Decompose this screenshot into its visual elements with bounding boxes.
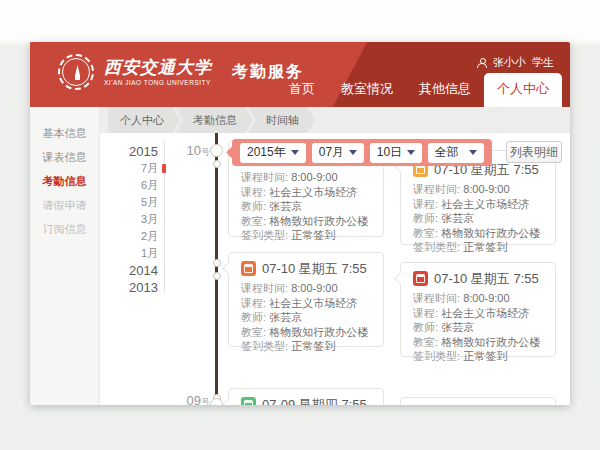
month-nav-item[interactable]: 1月 <box>118 245 158 262</box>
brand-block: 西安交通大学 XI'AN JIAO TONG UNIVERSITY 考勤服务 <box>58 54 304 90</box>
day-select[interactable]: 10日 <box>370 143 422 163</box>
field-course: 课程: 社会主义市场经济 <box>241 185 371 200</box>
field-course-time: 课程时间: 8:00-9:00 <box>413 291 543 306</box>
field-teacher: 教师: 张芸京 <box>241 310 371 325</box>
day-marker-09: 09号 <box>174 393 210 405</box>
field-room: 教室: 格物致知行政办公楼 <box>413 226 543 241</box>
attendance-status-icon <box>241 397 256 405</box>
user-role: 学生 <box>532 55 554 70</box>
breadcrumb-timeline[interactable]: 时间轴 <box>248 107 315 133</box>
header-nav: 首页 教室情况 其他信息 个人中心 <box>276 73 562 107</box>
timeline-node[interactable] <box>213 259 221 267</box>
sidebar-item-attendance-info[interactable]: 考勤信息 <box>30 169 99 193</box>
card-title: 07-09 星期四 7:55 <box>241 396 371 405</box>
field-course: 课程: 社会主义市场经济 <box>241 296 371 311</box>
month-nav-item[interactable]: 6月 <box>118 177 158 194</box>
field-course: 课程: 社会主义市场经济 <box>413 197 543 212</box>
month-nav-item[interactable]: 2月 <box>118 228 158 245</box>
field-course-time: 课程时间: 8:00-9:00 <box>241 281 371 296</box>
year-nav-item[interactable]: 2013 <box>118 279 158 296</box>
field-room: 教室: 格物致知行政办公楼 <box>241 214 371 229</box>
app-header: 西安交通大学 XI'AN JIAO TONG UNIVERSITY 考勤服务 张… <box>30 42 570 107</box>
field-sign-type: 签到类型: 正常签到 <box>241 228 371 243</box>
month-select[interactable]: 07月 <box>312 143 364 163</box>
nav-personal-center[interactable]: 个人中心 <box>484 73 562 107</box>
month-nav-item[interactable]: 3月 <box>118 211 158 228</box>
list-detail-button[interactable]: 列表明细 <box>506 141 562 163</box>
current-month-marker <box>162 164 166 173</box>
year-month-nav: 2015 7月 6月 5月 3月 2月 1月 2014 2013 <box>118 143 158 296</box>
attendance-status-icon <box>413 271 428 286</box>
month-nav-item[interactable]: 7月 <box>118 160 158 177</box>
attendance-card[interactable] <box>400 397 556 405</box>
university-name-block: 西安交通大学 XI'AN JIAO TONG UNIVERSITY <box>104 58 212 86</box>
field-sign-type: 签到类型: 正常签到 <box>241 339 371 354</box>
type-select[interactable]: 全部 <box>428 143 484 163</box>
attendance-card[interactable]: 07-09 星期四 7:55 <box>228 388 384 405</box>
breadcrumb-attendance-info[interactable]: 考勤信息 <box>175 107 253 133</box>
sidebar-item-basic-info[interactable]: 基本信息 <box>30 121 99 145</box>
field-course-time: 课程时间: 8:00-9:00 <box>413 182 543 197</box>
chevron-down-icon <box>407 150 415 155</box>
university-name-cn: 西安交通大学 <box>104 58 212 77</box>
nav-other-info[interactable]: 其他信息 <box>406 80 484 107</box>
month-nav-item[interactable]: 5月 <box>118 194 158 211</box>
field-course: 课程: 社会主义市场经济 <box>413 306 543 321</box>
field-sign-type: 签到类型: 正常签到 <box>413 349 543 364</box>
field-room: 教室: 格物致知行政办公楼 <box>413 335 543 350</box>
chevron-down-icon <box>469 150 477 155</box>
page-background: 西安交通大学 XI'AN JIAO TONG UNIVERSITY 考勤服务 张… <box>0 0 600 450</box>
filter-bar: 2015年 07月 10日 全部 <box>232 139 492 166</box>
card-title: 07-10 星期五 7:55 <box>413 270 543 287</box>
field-course-time: 课程时间: 8:00-9:00 <box>241 170 371 185</box>
breadcrumb-personal-center[interactable]: 个人中心 <box>108 107 180 133</box>
timeline-node[interactable] <box>210 144 223 157</box>
field-teacher: 教师: 张芸京 <box>413 320 543 335</box>
card-date-label: 07-10 星期五 7:55 <box>262 260 367 278</box>
attendance-card[interactable]: 07-10 星期五 7:55 课程时间: 8:00-9:00 课程: 社会主义市… <box>228 252 384 347</box>
user-info[interactable]: 张小小 学生 <box>477 55 554 70</box>
card-date-label: 07-09 星期四 7:55 <box>262 396 367 406</box>
year-select[interactable]: 2015年 <box>240 143 306 163</box>
sidebar-item-subscription-info[interactable]: 订阅信息 <box>30 217 99 241</box>
user-name: 张小小 <box>493 55 526 70</box>
attendance-status-icon <box>241 261 256 276</box>
nav-home[interactable]: 首页 <box>276 80 328 107</box>
user-icon <box>477 58 487 68</box>
field-room: 教室: 格物致知行政办公楼 <box>241 325 371 340</box>
year-nav-item[interactable]: 2015 <box>118 143 158 160</box>
sidebar-item-schedule-info[interactable]: 课表信息 <box>30 145 99 169</box>
timeline-content: 2015 7月 6月 5月 3月 2月 1月 2014 2013 10号 09号 <box>100 133 570 405</box>
chevron-down-icon <box>291 150 299 155</box>
year-nav-item[interactable]: 2014 <box>118 262 158 279</box>
timeline-node[interactable] <box>213 160 221 168</box>
sidebar: 基本信息 课表信息 考勤信息 请假申请 订阅信息 <box>30 107 100 405</box>
card-title: 07-10 星期五 7:55 <box>241 260 371 277</box>
day-marker-10: 10号 <box>174 143 210 159</box>
timeline-axis <box>215 133 218 405</box>
field-sign-type: 签到类型: 正常签到 <box>413 240 543 255</box>
attendance-card[interactable]: 07-10 星期五 7:55 课程时间: 8:00-9:00 课程: 社会主义市… <box>400 262 556 357</box>
breadcrumb: 个人中心 考勤信息 时间轴 <box>100 107 570 133</box>
field-teacher: 教师: 张芸京 <box>241 199 371 214</box>
university-name-en: XI'AN JIAO TONG UNIVERSITY <box>104 79 212 86</box>
timeline-node[interactable] <box>213 272 221 280</box>
timeline-node[interactable] <box>210 398 223 405</box>
app-window: 西安交通大学 XI'AN JIAO TONG UNIVERSITY 考勤服务 张… <box>30 42 570 405</box>
nav-classrooms[interactable]: 教室情况 <box>328 80 406 107</box>
field-teacher: 教师: 张芸京 <box>413 211 543 226</box>
sidebar-item-leave-request[interactable]: 请假申请 <box>30 193 99 217</box>
card-date-label: 07-10 星期五 7:55 <box>434 270 539 288</box>
chevron-down-icon <box>349 150 357 155</box>
university-logo-icon <box>58 54 94 90</box>
